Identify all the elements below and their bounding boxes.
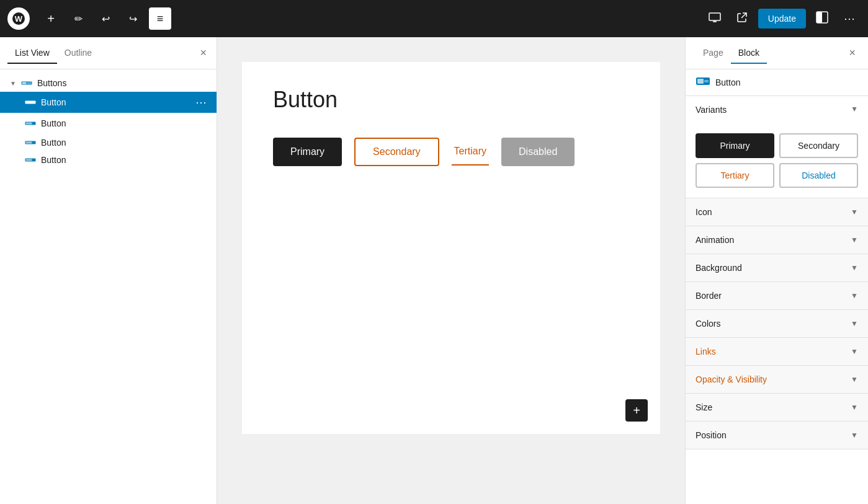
panel-icon-title: Icon (696, 207, 712, 217)
canvas-content: Button Primary Secondary Tertiary Disabl… (242, 62, 660, 434)
panel-animation-header[interactable]: Animation ▼ (686, 226, 868, 254)
panel-colors-title: Colors (696, 319, 720, 329)
panel-variants-content: Primary Secondary Tertiary Disabled (686, 123, 868, 198)
dark-mode-button[interactable] (811, 7, 833, 30)
svg-rect-10 (27, 82, 31, 84)
panel-links: Links ▼ (686, 338, 868, 366)
right-sidebar-header: Page Block × (686, 37, 868, 69)
more-options-button[interactable]: ⋯ (838, 7, 861, 30)
panel-opacity-title: Opacity & Visibility (696, 374, 767, 384)
left-sidebar: List View Outline × ▼ Buttons (0, 37, 217, 504)
svg-rect-12 (26, 102, 32, 104)
panel-icon-header[interactable]: Icon ▼ (686, 198, 868, 226)
panel-size-chevron: ▼ (851, 403, 858, 412)
tertiary-button-canvas[interactable]: Tertiary (452, 138, 489, 166)
panel-size-title: Size (696, 402, 712, 412)
panel-animation: Animation ▼ (686, 226, 868, 254)
panel-background-header[interactable]: Background ▼ (686, 254, 868, 281)
panel-variants-header[interactable]: Variants ▲ (686, 96, 868, 123)
block-label-icon (696, 77, 710, 88)
tab-outline[interactable]: Outline (57, 43, 99, 64)
secondary-button-canvas[interactable]: Secondary (354, 138, 439, 166)
tree-item-buttons[interactable]: ▼ Buttons (0, 74, 217, 92)
add-block-toolbar-button[interactable]: + (40, 7, 62, 30)
panel-size: Size ▼ (686, 394, 868, 422)
dark-mode-icon (816, 11, 828, 26)
desktop-icon (709, 12, 721, 25)
undo-button[interactable]: ↩ (94, 7, 117, 30)
right-sidebar-close-button[interactable]: × (846, 44, 858, 62)
sidebar-tree: ▼ Buttons Button (0, 69, 217, 504)
panel-background-title: Background (696, 263, 742, 273)
panel-size-header[interactable]: Size ▼ (686, 394, 868, 421)
disabled-button-canvas: Disabled (501, 138, 575, 166)
panel-border: Border ▼ (686, 282, 868, 310)
wp-logo[interactable]: W (7, 7, 30, 30)
redo-button[interactable]: ↪ (122, 7, 144, 30)
panel-animation-title: Animation (696, 235, 734, 245)
canvas-area: Button Primary Secondary Tertiary Disabl… (217, 37, 685, 504)
tree-label-buttons: Buttons (37, 78, 66, 88)
tree-item-button-3[interactable]: Button (0, 134, 217, 151)
tree-label-button-1: Button (41, 97, 66, 107)
tree-item-button-2[interactable]: Button ⋯ (0, 113, 217, 134)
button-block-icon-4 (25, 156, 36, 164)
svg-rect-14 (26, 123, 32, 125)
panel-icon: Icon ▼ (686, 198, 868, 226)
variant-primary-button[interactable]: Primary (696, 133, 774, 158)
buttons-block-icon (21, 79, 32, 87)
undo-icon: ↩ (102, 13, 110, 25)
panel-border-title: Border (696, 291, 722, 301)
sidebar-close-button[interactable]: × (197, 44, 209, 62)
tree-item-button-selected[interactable]: Button ⋯ (0, 92, 217, 113)
svg-rect-20 (697, 79, 704, 84)
tab-block[interactable]: Block (731, 43, 767, 64)
variant-secondary-button[interactable]: Secondary (779, 133, 858, 158)
tab-list-view[interactable]: List View (7, 43, 57, 64)
svg-rect-7 (817, 12, 822, 23)
external-preview-button[interactable] (731, 7, 753, 30)
variant-tertiary-button[interactable]: Tertiary (696, 163, 774, 188)
button-block-icon-3 (25, 139, 36, 146)
svg-line-5 (741, 13, 746, 18)
svg-text:W: W (15, 14, 23, 24)
variant-disabled-button[interactable]: Disabled (779, 163, 858, 188)
tab-page[interactable]: Page (696, 43, 731, 64)
update-button[interactable]: Update (758, 9, 806, 29)
primary-button-canvas[interactable]: Primary (273, 138, 342, 166)
button-block-icon-2 (25, 120, 36, 127)
menu-button[interactable]: ≡ (149, 7, 171, 30)
panel-background-chevron: ▼ (851, 263, 858, 272)
panel-colors-chevron: ▼ (851, 319, 858, 328)
panel-position: Position ▼ (686, 422, 868, 449)
edit-toolbar-button[interactable]: ✏ (67, 7, 89, 30)
panel-opacity-header[interactable]: Opacity & Visibility ▼ (686, 366, 868, 393)
desktop-preview-button[interactable] (704, 7, 726, 30)
main-layout: List View Outline × ▼ Buttons (0, 37, 868, 504)
panel-colors: Colors ▼ (686, 310, 868, 338)
add-block-canvas-button[interactable]: + (625, 399, 648, 422)
tree-more-icon[interactable]: ⋯ (195, 95, 207, 109)
plus-icon: + (47, 12, 55, 26)
tree-item-button-4[interactable]: Button (0, 151, 217, 169)
canvas-title: Button (273, 87, 629, 113)
right-sidebar: Page Block × Button Variants ▲ (685, 37, 868, 504)
more-icon: ⋯ (844, 12, 856, 25)
svg-rect-18 (26, 159, 32, 161)
panel-position-header[interactable]: Position ▼ (686, 422, 868, 449)
panel-position-title: Position (696, 430, 727, 440)
panel-animation-chevron: ▼ (851, 236, 858, 244)
variants-grid: Primary Secondary Tertiary Disabled (696, 133, 858, 188)
panel-colors-header[interactable]: Colors ▼ (686, 310, 868, 337)
panel-links-header[interactable]: Links ▼ (686, 338, 868, 365)
pencil-icon: ✏ (74, 13, 83, 25)
panel-variants-title: Variants (696, 105, 727, 115)
panel-border-header[interactable]: Border ▼ (686, 282, 868, 309)
panel-border-chevron: ▼ (851, 291, 858, 300)
tree-label-button-4: Button (41, 155, 66, 165)
panel-background: Background ▼ (686, 254, 868, 282)
block-label: Button (686, 69, 868, 96)
panel-links-title: Links (696, 347, 716, 356)
svg-rect-21 (704, 80, 709, 82)
tree-label-button-2: Button (41, 118, 66, 128)
